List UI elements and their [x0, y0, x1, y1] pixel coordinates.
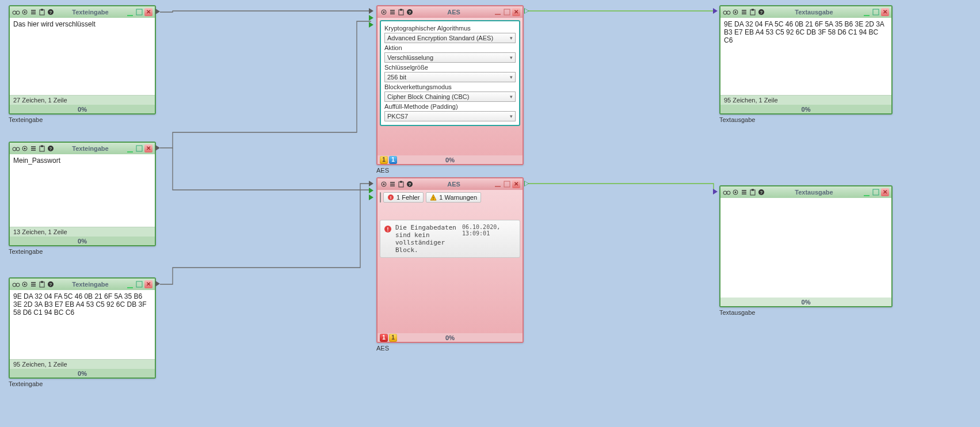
list-icon[interactable]: [388, 180, 396, 188]
clipboard-icon[interactable]: [38, 280, 46, 288]
input-port[interactable]: [713, 8, 718, 14]
close-icon[interactable]: ✕: [144, 144, 152, 152]
list-icon[interactable]: [388, 8, 396, 16]
binoculars-icon[interactable]: [12, 280, 20, 288]
input-port[interactable]: [369, 8, 373, 14]
input-port[interactable]: [369, 188, 373, 193]
close-icon[interactable]: ✕: [144, 280, 152, 288]
input-port[interactable]: [369, 181, 373, 186]
param-select-algo[interactable]: Advanced Encryption Standard (AES)▾: [384, 33, 516, 43]
maximize-icon[interactable]: [503, 180, 511, 188]
param-select-blockmode[interactable]: Cipher Block Chaining (CBC)▾: [384, 92, 516, 102]
gear-icon[interactable]: [21, 8, 29, 16]
text-input-area[interactable]: Mein_Passwort: [10, 154, 155, 227]
node-caption: Texteingabe: [9, 248, 43, 255]
close-icon[interactable]: ✕: [512, 8, 520, 16]
gear-icon[interactable]: [380, 180, 388, 188]
list-icon[interactable]: [29, 280, 37, 288]
list-icon[interactable]: [740, 8, 748, 16]
minimize-icon[interactable]: [126, 280, 134, 288]
clipboard-icon[interactable]: [749, 188, 757, 196]
input-port[interactable]: [369, 22, 373, 28]
param-select-action[interactable]: Verschlüsselung▾: [384, 52, 516, 63]
node-textausgabe-2[interactable]: ? Textausgabe ✕ 0%: [719, 185, 893, 307]
text-output-area[interactable]: [720, 198, 891, 298]
gear-icon[interactable]: [731, 188, 739, 196]
node-titlebar[interactable]: ? Textausgabe ✕: [720, 6, 891, 18]
gear-icon[interactable]: [731, 8, 739, 16]
clipboard-icon[interactable]: [38, 144, 46, 152]
node-titlebar[interactable]: ? Textausgabe ✕: [720, 186, 891, 198]
clipboard-icon[interactable]: [397, 8, 405, 16]
node-aes-1[interactable]: ? AES ✕ Kryptographischer Algorithmus Ad…: [376, 5, 524, 165]
maximize-icon[interactable]: [135, 8, 143, 16]
list-icon[interactable]: [29, 144, 37, 152]
maximize-icon[interactable]: [872, 188, 880, 196]
minimize-icon[interactable]: [863, 8, 871, 16]
maximize-icon[interactable]: [135, 280, 143, 288]
minimize-icon[interactable]: [126, 144, 134, 152]
node-aes-2[interactable]: ? AES ✕ ! 1 Fehler ! 1 Warnungen ! Die E…: [376, 177, 524, 343]
close-icon[interactable]: ✕: [144, 8, 152, 16]
node-texteingabe-2[interactable]: ? Texteingabe ✕ Mein_Passwort 13 Zeichen…: [9, 142, 156, 246]
gear-icon[interactable]: [21, 280, 29, 288]
list-icon[interactable]: [740, 188, 748, 196]
minimize-icon[interactable]: [126, 8, 134, 16]
output-port[interactable]: [155, 281, 160, 287]
svg-point-61: [735, 192, 737, 193]
close-icon[interactable]: ✕: [881, 188, 889, 196]
help-icon[interactable]: ?: [47, 8, 55, 16]
error-badge[interactable]: 1: [380, 334, 388, 342]
info-badge[interactable]: 1: [380, 156, 388, 164]
minimize-icon[interactable]: [494, 180, 502, 188]
help-icon[interactable]: ?: [406, 180, 414, 188]
list-icon[interactable]: [29, 8, 37, 16]
clipboard-icon[interactable]: [397, 180, 405, 188]
minimize-icon[interactable]: [863, 188, 871, 196]
output-port[interactable]: [155, 145, 160, 151]
param-select-padding[interactable]: PKCS7▾: [384, 111, 516, 121]
close-icon[interactable]: ✕: [881, 8, 889, 16]
warning-badge[interactable]: 1: [389, 334, 397, 342]
clipboard-icon[interactable]: [38, 8, 46, 16]
input-port[interactable]: [369, 195, 373, 200]
errors-button[interactable]: ! 1 Fehler: [383, 192, 424, 203]
node-titlebar[interactable]: ? Texteingabe ✕: [10, 279, 155, 290]
gear-icon[interactable]: [21, 144, 29, 152]
gear-icon[interactable]: [380, 8, 388, 16]
node-textausgabe-1[interactable]: ? Textausgabe ✕ 9E DA 32 04 FA 5C 46 0B …: [719, 5, 893, 115]
help-icon[interactable]: ?: [47, 144, 55, 152]
input-port[interactable]: [713, 189, 718, 195]
maximize-icon[interactable]: [503, 8, 511, 16]
close-icon[interactable]: ✕: [512, 180, 520, 188]
node-titlebar[interactable]: ? AES ✕: [377, 178, 523, 190]
minimize-icon[interactable]: [494, 8, 502, 16]
output-port[interactable]: [155, 9, 160, 14]
help-icon[interactable]: ?: [406, 8, 414, 16]
binoculars-icon[interactable]: [723, 8, 731, 16]
maximize-icon[interactable]: [135, 144, 143, 152]
param-select-keysize[interactable]: 256 bit▾: [384, 72, 516, 82]
binoculars-icon[interactable]: [12, 8, 20, 16]
text-input-area[interactable]: Das hier wird verschlüsselt: [10, 18, 155, 95]
text-input-area[interactable]: 9E DA 32 04 FA 5C 46 0B 21 6F 5A 35 B6 3…: [10, 290, 155, 359]
node-texteingabe-3[interactable]: ? Texteingabe ✕ 9E DA 32 04 FA 5C 46 0B …: [9, 277, 156, 379]
clipboard-icon[interactable]: [749, 8, 757, 16]
binoculars-icon[interactable]: [723, 188, 731, 196]
output-port[interactable]: [524, 8, 529, 14]
node-titlebar[interactable]: ? AES ✕: [377, 6, 523, 18]
text-output-area[interactable]: 9E DA 32 04 FA 5C 46 0B 21 6F 5A 35 B6 3…: [720, 18, 891, 95]
input-port[interactable]: [369, 15, 373, 21]
help-icon[interactable]: ?: [47, 280, 55, 288]
output-port[interactable]: [524, 181, 529, 186]
help-icon[interactable]: ?: [757, 188, 765, 196]
warnings-button[interactable]: ! 1 Warnungen: [426, 192, 481, 203]
node-texteingabe-1[interactable]: ? Texteingabe ✕ Das hier wird verschlüss…: [9, 5, 156, 115]
help-icon[interactable]: ?: [757, 8, 765, 16]
maximize-icon[interactable]: [872, 8, 880, 16]
info-badge[interactable]: 1: [389, 156, 397, 164]
error-message-box[interactable]: ! Die Eingabedaten sind kein vollständig…: [380, 220, 520, 258]
node-titlebar[interactable]: ? Texteingabe ✕: [10, 143, 155, 154]
node-titlebar[interactable]: ? Texteingabe ✕: [10, 6, 155, 18]
binoculars-icon[interactable]: [12, 144, 20, 152]
